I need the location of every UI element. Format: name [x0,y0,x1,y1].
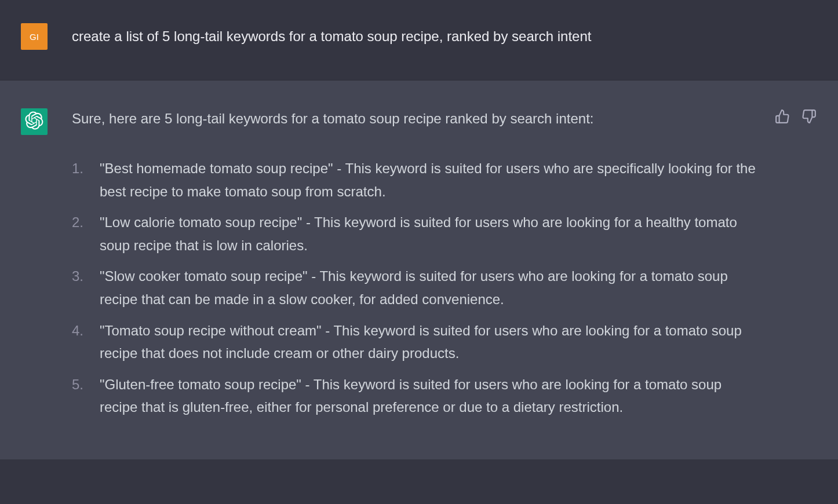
assistant-content: Sure, here are 5 long-tail keywords for … [72,108,756,427]
openai-logo-icon [25,111,43,132]
list-item: "Low calorie tomato soup recipe" - This … [72,211,756,257]
assistant-avatar [21,108,48,135]
list-item: "Best homemade tomato soup recipe" - Thi… [72,157,756,203]
assistant-message-row: Sure, here are 5 long-tail keywords for … [0,80,838,459]
thumbs-down-icon [801,109,817,126]
list-item: "Gluten-free tomato soup recipe" - This … [72,373,756,419]
thumbs-up-button[interactable] [774,108,790,126]
list-item: "Tomato soup recipe without cream" - Thi… [72,319,756,365]
user-avatar: GI [21,23,48,50]
feedback-buttons [774,108,817,126]
thumbs-up-icon [775,109,790,126]
keyword-list: "Best homemade tomato soup recipe" - Thi… [72,157,756,419]
user-message-row: GI create a list of 5 long-tail keywords… [0,0,838,80]
user-message-text: create a list of 5 long-tail keywords fo… [72,23,591,46]
thumbs-down-button[interactable] [801,108,817,126]
assistant-intro-text: Sure, here are 5 long-tail keywords for … [72,108,756,129]
list-item: "Slow cooker tomato soup recipe" - This … [72,265,756,311]
user-avatar-initials: GI [30,32,39,42]
